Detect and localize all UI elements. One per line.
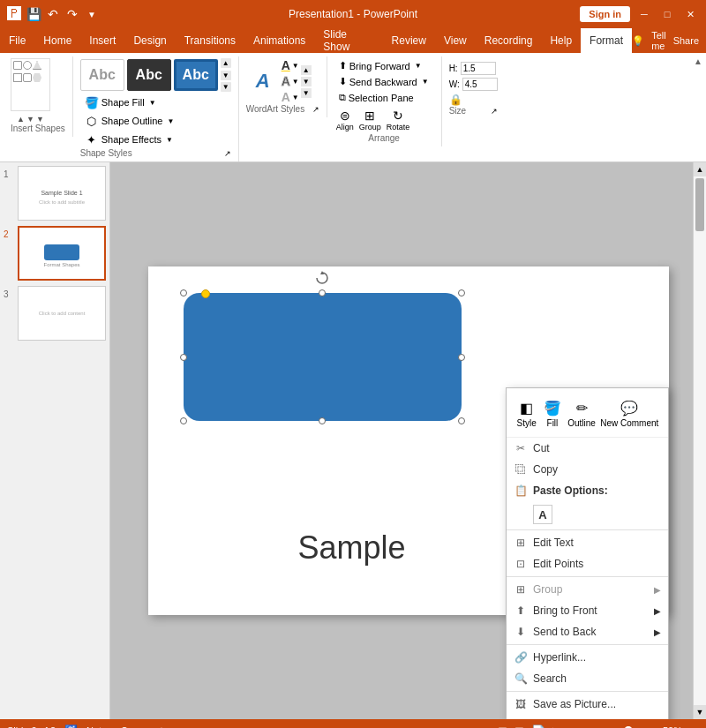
save-icon[interactable]: 💾 xyxy=(26,7,41,21)
scroll-up-btn[interactable]: ▲ xyxy=(694,162,706,176)
scroll-down-btn[interactable]: ▼ xyxy=(694,705,706,719)
view-reading-icon[interactable]: 📄 xyxy=(531,724,545,729)
slide-thumb-2[interactable]: 2 Format Shapes xyxy=(4,226,106,281)
accessibility-icon[interactable]: ♿ xyxy=(64,724,78,728)
zoom-out-btn[interactable]: − xyxy=(568,724,575,729)
wordart-text-fill-button[interactable]: A ▼ xyxy=(282,58,299,72)
tab-animations[interactable]: Animations xyxy=(244,28,314,53)
ctx-edit-text[interactable]: ⊞ Edit Text xyxy=(507,532,668,553)
handle-ml[interactable] xyxy=(180,354,187,361)
view-slideshow-icon[interactable]: ▶ xyxy=(552,724,561,729)
shapes-more[interactable]: ▼ xyxy=(36,115,44,124)
tell-me-label[interactable]: Tell me xyxy=(651,30,666,51)
tab-recording[interactable]: Recording xyxy=(476,28,542,53)
shape-styles-scroll-up[interactable]: ▲ xyxy=(221,58,231,68)
ctx-tool-fill[interactable]: 🪣 Fill xyxy=(540,395,565,430)
share-label[interactable]: Share xyxy=(673,35,699,46)
customize-icon[interactable]: ▼ xyxy=(85,7,99,21)
zoom-in-btn[interactable]: + xyxy=(652,724,659,729)
ctx-cut[interactable]: ✂ Cut xyxy=(507,438,668,459)
ctx-tool-outline[interactable]: ✏ Outline xyxy=(566,395,597,430)
lock-aspect-button[interactable]: 🔒 xyxy=(449,94,498,106)
width-input[interactable] xyxy=(462,78,498,91)
undo-icon[interactable]: ↶ xyxy=(46,7,60,21)
yellow-handle[interactable] xyxy=(201,289,210,298)
bring-forward-button[interactable]: ⬆ Bring Forward ▼ xyxy=(334,58,433,73)
wordart-more[interactable]: ▼ xyxy=(301,88,312,98)
handle-bl[interactable] xyxy=(180,417,187,424)
rotate-handle[interactable] xyxy=(315,271,329,285)
ctx-tool-style[interactable]: ◧ Style xyxy=(514,395,539,430)
shape-styles-scroll-down[interactable]: ▼ xyxy=(221,71,231,80)
ctx-hyperlink[interactable]: 🔗 Hyperlink... xyxy=(507,647,668,668)
shape-fill-button[interactable]: 🪣 Shape Fill ▼ xyxy=(80,94,179,111)
tab-insert[interactable]: Insert xyxy=(80,28,124,53)
close-button[interactable]: ✕ xyxy=(681,5,699,23)
shape-style-blue[interactable]: Abc xyxy=(174,59,218,91)
shape-style-black[interactable]: Abc xyxy=(127,59,171,91)
ctx-paste-a[interactable]: A xyxy=(507,501,668,528)
shapes-gallery[interactable] xyxy=(11,58,50,111)
selection-pane-button[interactable]: ⧉ Selection Pane xyxy=(334,90,433,105)
ctx-tool-newcomment[interactable]: 💬 New Comment xyxy=(598,395,660,430)
ctx-edit-points[interactable]: ⊡ Edit Points xyxy=(507,553,668,574)
tab-help[interactable]: Help xyxy=(541,28,581,53)
shape-styles-expand[interactable]: ↗ xyxy=(224,149,231,158)
handle-tc[interactable] xyxy=(319,289,326,296)
wordart-a-button[interactable]: A xyxy=(246,64,280,98)
shape-style-white[interactable]: Abc xyxy=(80,59,124,91)
tab-transitions[interactable]: Transitions xyxy=(176,28,244,53)
slide-thumb-1[interactable]: 1 Sample Slide 1 Click to add subtitle xyxy=(4,166,106,221)
tab-slideshow[interactable]: Slide Show xyxy=(314,28,382,53)
wordart-effects-arrow: ▼ xyxy=(292,94,299,101)
size-expand[interactable]: ↗ xyxy=(491,107,498,116)
align-button[interactable]: ⊜ Align xyxy=(334,107,356,133)
wordart-scroll-down[interactable]: ▼ xyxy=(301,77,312,86)
ctx-edit-alt[interactable]: ⊟ Edit Alt Text... xyxy=(507,715,668,719)
slide-thumb-3[interactable]: 3 Click to add content xyxy=(4,286,106,341)
edit-text-icon: ⊞ xyxy=(514,536,528,550)
send-backward-button[interactable]: ⬇ Send Backward ▼ xyxy=(334,74,433,89)
shape-outline-button[interactable]: ⬡ Shape Outline ▼ xyxy=(80,112,179,130)
height-input[interactable] xyxy=(461,62,496,75)
shapes-scroll-up[interactable]: ▲ xyxy=(17,115,25,124)
wordart-text-outline-button[interactable]: A ▼ xyxy=(282,74,299,88)
ctx-save-picture[interactable]: 🖼 Save as Picture... xyxy=(507,694,668,715)
handle-tl[interactable] xyxy=(180,289,187,296)
sign-in-button[interactable]: Sign in xyxy=(580,6,630,22)
view-slide-sorter-icon[interactable]: ⊟ xyxy=(514,724,524,729)
tab-view[interactable]: View xyxy=(435,28,476,53)
group-button[interactable]: ⊞ Group xyxy=(357,107,383,133)
scroll-thumb[interactable] xyxy=(695,178,704,231)
blue-shape[interactable] xyxy=(184,293,462,421)
ctx-copy[interactable]: ⿻ Copy xyxy=(507,459,668,480)
ctx-bring-front[interactable]: ⬆ Bring to Front ▶ xyxy=(507,600,668,621)
wordart-scroll-up[interactable]: ▲ xyxy=(301,65,312,75)
minimize-button[interactable]: ─ xyxy=(635,5,653,23)
ribbon-collapse-button[interactable]: ▲ xyxy=(694,56,702,66)
handle-tr[interactable] xyxy=(458,289,465,296)
ctx-paste-options[interactable]: 📋 Paste Options: xyxy=(507,480,668,501)
tab-review[interactable]: Review xyxy=(383,28,435,53)
redo-icon[interactable]: ↷ xyxy=(65,7,79,21)
paste-a-button[interactable]: A xyxy=(533,505,552,524)
ctx-group[interactable]: ⊞ Group ▶ xyxy=(507,579,668,600)
view-normal-icon[interactable]: ⊞ xyxy=(498,724,507,729)
wordart-text-effects-button[interactable]: A ▼ xyxy=(282,90,299,104)
handle-bc[interactable] xyxy=(319,417,326,424)
maximize-button[interactable]: □ xyxy=(658,5,676,23)
tab-home[interactable]: Home xyxy=(34,28,80,53)
rotate-button[interactable]: ↻ Rotate xyxy=(385,107,412,133)
shape-styles-more[interactable]: ▼ xyxy=(221,82,231,92)
wordart-styles-expand[interactable]: ↗ xyxy=(312,105,319,114)
shape-effects-button[interactable]: ✦ Shape Effects ▼ xyxy=(80,131,179,148)
tab-file[interactable]: File xyxy=(0,28,34,53)
handle-br[interactable] xyxy=(458,417,465,424)
ctx-send-back[interactable]: ⬇ Send to Back ▶ xyxy=(507,621,668,642)
shapes-scroll-down[interactable]: ▼ xyxy=(26,115,34,124)
handle-mr[interactable] xyxy=(458,354,465,361)
fit-slide-btn[interactable]: ⤢ xyxy=(689,724,699,729)
tab-format[interactable]: Format xyxy=(581,28,632,53)
tab-design[interactable]: Design xyxy=(124,28,175,53)
ctx-search[interactable]: 🔍 Search xyxy=(507,668,668,689)
